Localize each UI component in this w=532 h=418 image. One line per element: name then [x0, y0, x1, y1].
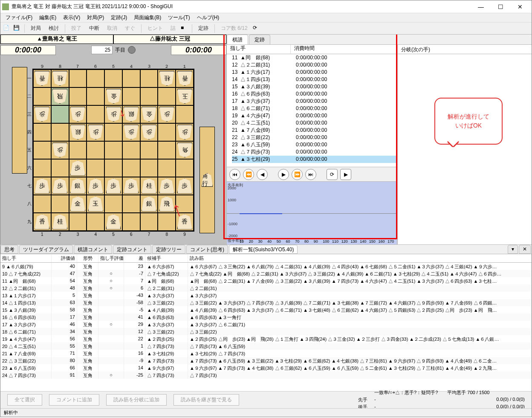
resign-button[interactable]: 投了 [69, 24, 84, 33]
tab-analysis[interactable]: 解析一覧(Suisho3/YO5.40) [229, 245, 298, 254]
square[interactable] [122, 159, 140, 177]
analysis-row[interactable]: 12 △２二銀(31)48互角○6△２二銀(31)△２二銀(31) [0, 284, 532, 292]
piece[interactable]: 歩 [106, 107, 121, 122]
square[interactable]: 歩 [122, 123, 140, 141]
square[interactable]: 香 [33, 213, 51, 231]
eval-graph[interactable]: 先手有利 2000 1000 -1000 -2000 後手有利 10203040… [227, 181, 397, 244]
analysis-row[interactable]: 10 △７七角成(22)47互角○-7△７七角成(22)△７七角成(22) ▲同… [0, 270, 532, 277]
piece[interactable]: 歩 [124, 178, 139, 193]
piece[interactable]: 歩 [88, 125, 103, 139]
kifu-row[interactable]: 19 ▲４六歩(47)0:00/00:00:00 [232, 112, 397, 119]
menu-file[interactable]: ファイル(F) [4, 13, 34, 22]
square[interactable]: 桂 [51, 70, 69, 87]
tab-thinking[interactable]: 思考 [0, 245, 18, 254]
piece[interactable]: 金 [106, 89, 121, 104]
kifu-list[interactable]: 11 ▲同 銀(68)0:00/00:00:0012 △２二銀(31)0:00/… [227, 54, 397, 167]
kifu-row[interactable]: 25 ▲３七桂(29)0:00/00:00:00 [232, 156, 397, 163]
square[interactable] [122, 70, 140, 87]
square[interactable]: 歩 [104, 177, 122, 195]
square[interactable]: 玉 [87, 195, 104, 213]
square[interactable] [51, 159, 69, 177]
piece[interactable]: 香 [177, 71, 192, 86]
square[interactable] [140, 141, 158, 159]
square[interactable]: 歩 [87, 177, 104, 195]
piece[interactable]: 金 [106, 214, 121, 229]
game-button[interactable]: 対局 [28, 24, 43, 33]
piece[interactable]: 歩 [177, 178, 192, 193]
piece[interactable]: 金 [70, 196, 85, 211]
minimize-button[interactable]: — [471, 1, 491, 13]
play-button[interactable]: ▶ [340, 169, 351, 180]
tab-comment[interactable]: コメント(思考) [186, 245, 228, 254]
kifu-row[interactable]: 18 △６二銀(71)0:00/00:00:00 [232, 105, 397, 112]
square[interactable] [158, 159, 176, 177]
square[interactable] [51, 105, 69, 123]
square[interactable]: 金 [104, 87, 122, 105]
hand-piece[interactable]: 角行 [202, 173, 213, 187]
square[interactable]: 歩 [51, 141, 69, 159]
square[interactable] [33, 159, 51, 177]
square[interactable]: 銀 [69, 177, 87, 195]
square[interactable]: 歩 [158, 177, 176, 195]
square[interactable] [104, 70, 122, 87]
mate-button[interactable]: 詰 [168, 24, 178, 33]
piece[interactable]: 歩 [142, 125, 156, 139]
piece[interactable]: 飛 [159, 196, 174, 211]
kifu-row[interactable]: 21 ▲７八金(69)0:00/00:00:00 [232, 127, 397, 134]
piece[interactable]: 歩 [52, 142, 67, 157]
square[interactable] [87, 141, 104, 159]
analysis-row[interactable]: 22 △３三銀(22)80互角-9▲７四歩(73)▲７四歩(73) ▲６八玉(5… [0, 357, 532, 364]
square[interactable] [176, 105, 194, 123]
kifu-row[interactable]: 23 ▲６八玉(59)0:00/00:00:00 [232, 141, 397, 148]
piece[interactable]: 歩 [106, 178, 121, 193]
square[interactable] [87, 159, 104, 177]
square[interactable] [140, 70, 158, 87]
analysis-row[interactable]: 16 △６四歩(63)17互角41▲６四歩(63)▲６四歩(63) ▲３一角打 [0, 314, 532, 321]
undo-button[interactable]: 取消 [104, 24, 120, 33]
tab-book-comment[interactable]: 定跡コメント [113, 245, 151, 254]
show-board-button[interactable]: 読み筋を継ぎ盤で見る [173, 394, 239, 406]
square[interactable]: 歩 [104, 105, 122, 123]
piece[interactable]: 桂 [52, 214, 67, 229]
square[interactable] [51, 123, 69, 141]
piece[interactable]: 桂 [52, 71, 67, 86]
square[interactable]: 歩 [176, 177, 194, 195]
square[interactable] [87, 70, 104, 87]
piece[interactable]: 香 [177, 214, 192, 229]
square[interactable]: 銀 [140, 195, 158, 213]
new-icon[interactable]: 📄 [3, 25, 11, 32]
square[interactable]: 桂 [51, 213, 69, 231]
square[interactable]: 歩 [158, 105, 176, 123]
square[interactable] [69, 141, 87, 159]
square[interactable] [158, 87, 176, 105]
menu-position[interactable]: 局面編集(B) [132, 13, 163, 22]
next-button[interactable]: ▶ [278, 169, 289, 180]
square[interactable]: 金 [140, 105, 158, 123]
close-tab-icon[interactable]: ✕ [519, 245, 531, 254]
square[interactable]: 飛 [51, 87, 69, 105]
square[interactable]: 歩 [122, 177, 140, 195]
piece[interactable]: 金 [142, 107, 156, 122]
piece[interactable]: 玉 [177, 89, 192, 104]
square[interactable] [158, 213, 176, 231]
first-button[interactable]: ⏮ [229, 169, 240, 180]
square[interactable] [87, 105, 104, 123]
square[interactable]: 飛 [158, 195, 176, 213]
hand-black[interactable]: 角行 [200, 127, 215, 233]
dropdown-icon[interactable]: ▾ [508, 245, 518, 254]
hand-white[interactable] [12, 67, 27, 174]
book-button[interactable]: 定跡 [196, 24, 211, 33]
piece[interactable]: 歩 [35, 178, 49, 193]
stop-icon[interactable]: ■ [181, 25, 188, 32]
analysis-row[interactable]: 21 ▲７八金(69)71互角16▲３七桂(29)▲３七桂(29) △７四歩(7… [0, 350, 532, 357]
square[interactable]: 歩 [33, 177, 51, 195]
square[interactable]: 銀 [69, 123, 87, 141]
analysis-table[interactable]: 指し手 評価値 形勢 指し手評価 差 候補手 読み筋 9 ▲６八銀(79)40互… [0, 254, 532, 391]
analysis-row[interactable]: 17 ▲３六歩(37)46互角○29▲３六歩(37)▲３六歩(37) △６二銀(… [0, 321, 532, 328]
square[interactable] [104, 159, 122, 177]
analysis-row[interactable]: 24 △７四歩(73)91互角○-25△７四歩(73)△７四歩(73) [0, 372, 532, 379]
piece[interactable]: 飛 [52, 89, 67, 104]
square[interactable] [122, 141, 140, 159]
tab-joseki[interactable]: 定跡 [249, 35, 270, 44]
square[interactable]: 歩 [176, 123, 194, 141]
